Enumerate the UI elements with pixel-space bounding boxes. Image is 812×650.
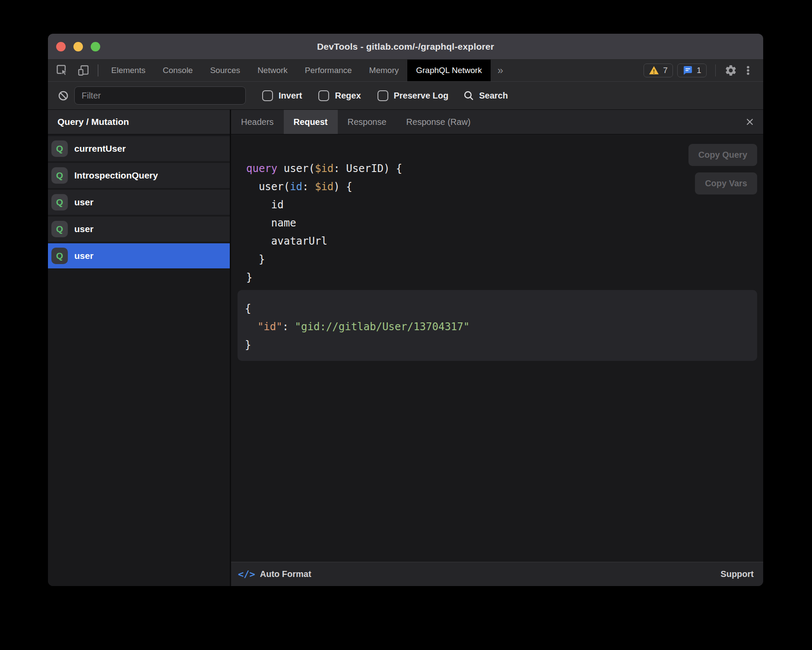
status-badge-group: 7 1 [644,60,763,81]
devtools-tab-network[interactable]: Network [249,60,296,81]
more-tabs-chevron[interactable]: » [491,60,510,81]
code-line: name [246,214,757,232]
query-type-badge: Q [51,140,68,157]
invert-checkbox-box[interactable] [262,90,273,101]
code-line: { [245,300,749,318]
devtools-tool-icons [48,60,93,81]
badge-separator [715,64,716,76]
query-list-item[interactable]: QIntrospectionQuery [48,163,230,188]
code-line: "id": "gid://gitlab/User/13704317" [245,318,749,336]
filter-checkbox-group: InvertRegexPreserve Log [246,90,448,101]
devtools-tab-bar: ElementsConsoleSourcesNetworkPerformance… [48,60,763,81]
devtools-tab-memory[interactable]: Memory [361,60,408,81]
query-type-badge: Q [51,248,68,264]
devtools-tab-list: ElementsConsoleSourcesNetworkPerformance… [103,60,491,81]
preserve-log-checkbox-label: Preserve Log [394,91,449,101]
block-icon [57,90,69,102]
detail-tab-list: HeadersRequestResponseResponse (Raw) [231,110,481,134]
sidebar-header: Query / Mutation [48,110,230,134]
devtools-tab-console[interactable]: Console [154,60,202,81]
warning-count: 7 [663,66,668,75]
code-line: id [246,196,757,214]
code-line: } [245,336,749,354]
query-name-label: user [74,197,93,207]
variables-box: { "id": "gid://gitlab/User/13704317"} [238,290,757,361]
code-line: avatarUrl [246,232,757,250]
support-link[interactable]: Support [720,569,754,579]
copy-query-button[interactable]: Copy Query [688,144,757,166]
regex-checkbox-label: Regex [335,91,361,101]
request-pane: query user($id: UserID) { user(id: $id) … [231,134,763,562]
message-count: 1 [697,66,701,75]
query-name-label: currentUser [74,143,126,154]
search-icon [463,90,475,102]
message-icon [682,65,693,76]
toolbar-separator [98,64,98,76]
code-line: } [246,268,757,287]
code-line: user(id: $id) { [246,178,757,196]
close-icon [744,116,755,127]
filter-toolbar: InvertRegexPreserve Log Search [48,81,763,109]
auto-format-button[interactable]: </> Auto Format [238,569,311,580]
clear-filter-button[interactable] [57,90,69,102]
query-list-item[interactable]: Quser [48,190,230,215]
query-list-item[interactable]: Quser [48,243,230,268]
variables-code-block: { "id": "gid://gitlab/User/13704317"} [245,300,749,354]
preserve-log-checkbox[interactable]: Preserve Log [377,90,449,101]
detail-tab-request[interactable]: Request [284,110,338,134]
regex-checkbox-box[interactable] [318,90,329,101]
minimize-window-button[interactable] [73,42,83,51]
warnings-badge[interactable]: 7 [644,64,673,77]
query-code-block: query user($id: UserID) { user(id: $id) … [246,159,757,287]
regex-checkbox[interactable]: Regex [318,90,361,101]
query-list-item[interactable]: QcurrentUser [48,136,230,161]
title-bar: DevTools - gitlab.com/-/graphql-explorer [48,34,763,60]
gear-icon [724,64,737,77]
detail-footer: </> Auto Format Support [231,562,763,586]
detail-panel: HeadersRequestResponseResponse (Raw) que… [231,110,763,586]
detail-tab-response-raw[interactable]: Response (Raw) [396,110,481,134]
query-list: QcurrentUserQIntrospectionQueryQuserQuse… [48,134,230,268]
window-title: DevTools - gitlab.com/-/graphql-explorer [317,41,494,52]
copy-vars-button[interactable]: Copy Vars [695,172,757,194]
zoom-window-button[interactable] [91,42,100,51]
inspect-icon [55,64,69,77]
query-type-badge: Q [51,221,68,237]
query-type-badge: Q [51,194,68,210]
invert-checkbox[interactable]: Invert [262,90,302,101]
query-list-item[interactable]: Quser [48,217,230,242]
invert-checkbox-label: Invert [279,91,302,101]
devtools-tab-sources[interactable]: Sources [201,60,249,81]
close-detail-button[interactable] [744,110,755,134]
detail-tab-headers[interactable]: Headers [231,110,284,134]
close-window-button[interactable] [56,42,66,51]
preserve-log-checkbox-box[interactable] [377,90,388,101]
query-type-badge: Q [51,167,68,184]
settings-button[interactable] [724,64,737,77]
kebab-menu-icon [742,64,755,77]
devtools-tab-performance[interactable]: Performance [296,60,361,81]
auto-format-label: Auto Format [260,569,311,579]
warning-icon [649,65,659,76]
detail-tab-bar: HeadersRequestResponseResponse (Raw) [231,110,763,134]
filter-input[interactable] [74,86,246,105]
inspect-element-button[interactable] [55,64,69,77]
traffic-lights [56,34,100,59]
detail-tab-response[interactable]: Response [338,110,396,134]
devtools-tab-elements[interactable]: Elements [103,60,154,81]
more-options-button[interactable] [742,64,755,77]
tab-bar-spacer [510,60,644,81]
devtools-tab-graphql-network[interactable]: GraphQL Network [407,60,490,81]
query-name-label: user [74,251,93,261]
query-sidebar: Query / Mutation QcurrentUserQIntrospect… [48,110,231,586]
code-line: } [246,250,757,268]
content-area: Query / Mutation QcurrentUserQIntrospect… [48,109,763,586]
code-format-icon: </> [238,569,255,580]
device-toolbar-button[interactable] [77,64,90,77]
search-label: Search [479,91,508,101]
copy-button-group: Copy Query Copy Vars [688,144,757,194]
search-button[interactable]: Search [463,90,508,102]
devtools-window: DevTools - gitlab.com/-/graphql-explorer… [48,34,763,586]
messages-badge[interactable]: 1 [677,64,707,77]
query-name-label: user [74,224,93,234]
